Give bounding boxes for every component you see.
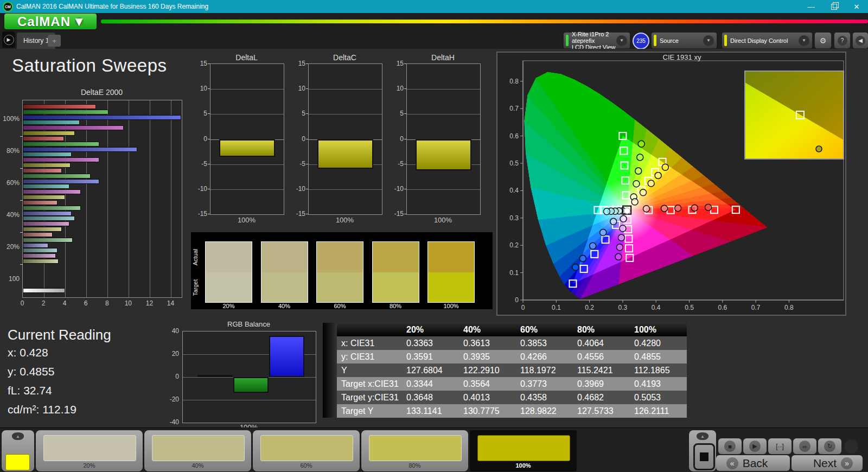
table-row: x: CIE310.33630.36130.38530.40640.4280 xyxy=(323,336,687,350)
cell-value: 130.7775 xyxy=(459,404,516,418)
measured-blue xyxy=(579,255,586,261)
transport-infinite-button[interactable]: ∞ xyxy=(793,438,816,454)
x-tick-label: 0.2 xyxy=(585,304,594,311)
stop-icon: ■ xyxy=(724,441,736,452)
calman-menu-button[interactable]: CalMAN ▼ xyxy=(4,14,97,29)
patch-button-20%[interactable]: 20% xyxy=(36,430,143,471)
axis-tick xyxy=(208,189,210,189)
bar-red-100% xyxy=(23,104,96,109)
patch-button-swatch xyxy=(43,435,136,461)
delta-plot-area xyxy=(308,63,382,215)
bar-cyan-80% xyxy=(23,152,72,157)
measured-red xyxy=(705,204,711,211)
meter-profile-badge[interactable]: 235 xyxy=(633,33,649,49)
help-button[interactable]: ? xyxy=(834,32,851,49)
y-tick-label: 15 xyxy=(390,60,404,67)
y-tick-label: 0 xyxy=(194,135,207,143)
measured-cyan xyxy=(603,208,610,215)
display-control-dropdown[interactable]: Direct Display Control ▼ xyxy=(722,32,813,49)
y-tick-label: -15 xyxy=(194,210,207,218)
settings-button[interactable]: ⚙ xyxy=(814,32,832,49)
transport-refresh-button[interactable]: ↻ xyxy=(818,438,841,454)
y-tick-label: -20 xyxy=(161,396,179,403)
source-dropdown[interactable]: Source ▼ xyxy=(651,32,717,49)
logo-row: CalMAN ▼ xyxy=(0,13,868,30)
transport-play-button[interactable]: ▶ xyxy=(743,438,767,454)
measured-yellow xyxy=(655,172,661,178)
bar-yellow-80% xyxy=(23,163,71,168)
x-tick-label: 12 xyxy=(144,299,155,307)
measured-magenta xyxy=(618,234,624,241)
bar-cyan-60% xyxy=(23,184,69,189)
x-tick-label: 0.7 xyxy=(751,304,761,311)
patch-target xyxy=(428,272,474,303)
patch-actual xyxy=(373,242,419,272)
next-button[interactable]: Next » xyxy=(792,455,863,471)
cell-value: 0.4556 xyxy=(573,350,630,363)
bar-blue-80% xyxy=(23,147,137,152)
cell-value: 118.1972 xyxy=(516,363,573,377)
y-tick-label: 0.4 xyxy=(509,187,519,194)
y-tick-label: 10 xyxy=(292,85,305,92)
patch-button-80%[interactable]: 80% xyxy=(361,430,468,471)
patch-button-40%[interactable]: 40% xyxy=(144,430,251,471)
x-category-label: 100% xyxy=(308,216,381,224)
y-tick-label: -5 xyxy=(390,160,404,168)
gridline xyxy=(171,100,171,297)
axis-tick xyxy=(208,63,210,64)
bar-blue-60% xyxy=(23,179,99,184)
axis-tick xyxy=(404,63,406,64)
y-tick-label: 0.3 xyxy=(509,214,519,222)
chevron-down-icon: ▼ xyxy=(703,35,714,46)
y-tick-label: 0.5 xyxy=(509,160,519,167)
up-arrow-icon[interactable]: ▲ xyxy=(697,432,709,440)
meter-status-bar xyxy=(566,35,569,46)
patch-button-60%[interactable]: 60% xyxy=(253,430,360,471)
inset-measured-circle xyxy=(816,146,822,152)
deltah-chart: DeltaH151050-5-10-15100% xyxy=(390,53,482,232)
patch-button-swatch xyxy=(369,435,462,461)
transport-step-button[interactable]: [··] xyxy=(768,438,792,454)
y-tick-label: 0.8 xyxy=(509,78,519,85)
cell-value: 0.4682 xyxy=(573,391,630,404)
axis-tick xyxy=(306,164,308,164)
patch-button-100%[interactable]: 100% xyxy=(470,430,577,471)
bar-magenta-40% xyxy=(23,221,69,226)
axis-tick xyxy=(306,113,308,114)
back-button[interactable]: « Back xyxy=(716,455,790,471)
x-tick-label: 14 xyxy=(165,299,176,307)
delta-plot-area xyxy=(406,63,481,215)
bar-magenta-60% xyxy=(23,189,81,194)
current-color-swatch xyxy=(5,454,30,470)
stop-square-icon xyxy=(700,452,709,461)
close-button[interactable]: ✕ xyxy=(845,0,868,13)
current-reading-title: Current Reading xyxy=(8,327,111,343)
chart-title: DeltaC xyxy=(308,53,381,62)
y-tick-label: -15 xyxy=(390,210,404,218)
measured-blue xyxy=(600,229,607,236)
stop-pattern-button[interactable] xyxy=(693,443,715,470)
gridline xyxy=(210,164,284,165)
y-tick-label: 0 xyxy=(390,135,404,143)
gridline xyxy=(129,100,129,297)
workflow-nav-button[interactable]: ▶ xyxy=(2,31,15,48)
chart-title: DeltaH xyxy=(406,53,480,62)
status-led xyxy=(844,439,858,454)
up-arrow-icon[interactable]: ▲ xyxy=(12,432,24,440)
patch-button-swatch xyxy=(477,435,570,461)
row-label: Target y:CIE31 xyxy=(337,391,402,404)
table-header-row: 20%40%60%80%100% xyxy=(323,323,687,336)
x-tick-label: 0 xyxy=(521,304,525,311)
meter-dropdown[interactable]: X-Rite i1Pro 2 ateprefixLCD Direct View … xyxy=(563,32,630,49)
cell-value: 0.4855 xyxy=(630,350,687,363)
add-tab-button[interactable]: + xyxy=(48,35,61,47)
transport-stop-button[interactable]: ■ xyxy=(718,438,742,454)
y-tick-label: -40 xyxy=(161,418,179,426)
patch-button-swatch xyxy=(152,435,245,461)
minimize-button[interactable]: — xyxy=(800,0,822,13)
x-tick-label: 0.5 xyxy=(685,304,694,311)
row-label: x: CIE31 xyxy=(337,336,402,350)
collapse-panel-button[interactable]: ◀ xyxy=(852,32,868,49)
restore-button[interactable] xyxy=(822,0,845,13)
patch-actual xyxy=(317,242,363,272)
